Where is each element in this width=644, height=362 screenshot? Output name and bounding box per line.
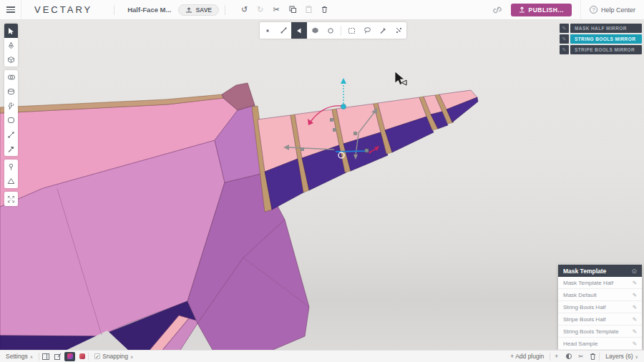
- add-object-button[interactable]: +: [551, 352, 562, 361]
- snap-transform-button[interactable]: [391, 22, 406, 39]
- top-bar: VECTARY Half-Face M... SAVE ↺ ↻ ✂: [0, 0, 644, 20]
- wireframe-toggle-button[interactable]: [52, 352, 63, 361]
- help-center-button[interactable]: ? Help Center: [580, 0, 644, 19]
- measure-tool[interactable]: [4, 127, 18, 142]
- share-link-icon[interactable]: [492, 6, 502, 14]
- toolbar-group-helpers: [4, 160, 18, 188]
- generator-tool[interactable]: [4, 99, 18, 113]
- divider: [225, 5, 225, 15]
- vectary-logo: VECTARY: [21, 4, 108, 15]
- vertex-mode-button[interactable]: [260, 22, 275, 39]
- panel-title: Mask Template: [563, 268, 606, 275]
- 3d-scene: [0, 20, 644, 350]
- paste-icon[interactable]: [306, 6, 312, 14]
- layer-label: Mask Default: [563, 292, 597, 298]
- save-label: SAVE: [195, 6, 212, 14]
- layer-label: Mask Template Half: [563, 280, 613, 286]
- settings-dropdown[interactable]: Settings ∧: [0, 351, 39, 362]
- edit-pencil-icon[interactable]: ✎: [633, 280, 637, 286]
- delete-icon[interactable]: [321, 6, 328, 14]
- edit-pencil-icon[interactable]: ✎: [560, 34, 569, 44]
- material-tool[interactable]: [4, 84, 18, 99]
- lasso-select-button[interactable]: [359, 22, 375, 39]
- redo-icon[interactable]: ↻: [257, 6, 263, 14]
- marquee-select-button[interactable]: [343, 22, 359, 39]
- primitive-cube-tool[interactable]: [4, 52, 18, 67]
- select-tool[interactable]: [4, 24, 18, 38]
- add-plugin-button[interactable]: + Add plugin: [504, 351, 550, 362]
- main-menu-button[interactable]: [0, 0, 21, 19]
- panel-toggle-button[interactable]: [40, 352, 51, 361]
- layers-dropdown[interactable]: Layers (6) ∨: [600, 351, 644, 362]
- 3d-viewport-canvas[interactable]: [0, 20, 644, 350]
- edit-pencil-icon[interactable]: ✎: [560, 45, 569, 54]
- stripe-bools-mirror-button[interactable]: STRIPE BOOLS MIRROR: [570, 45, 642, 54]
- mask-template-panel: Mask Template ⊙ Mask Template Half ✎ Mas…: [558, 265, 642, 350]
- mirror-modifier-buttons: ✎ MASK HALF MIRROR ✎ STRING BOOLS MIRROR…: [560, 24, 642, 54]
- layer-label: Head Sample: [563, 341, 597, 347]
- edit-pencil-icon[interactable]: ✎: [633, 341, 637, 347]
- panel-header[interactable]: Mask Template ⊙: [558, 265, 642, 277]
- edit-pencil-icon[interactable]: ✎: [633, 328, 637, 335]
- sculpt-tool[interactable]: [4, 142, 18, 156]
- edit-pencil-icon[interactable]: ✎: [633, 292, 637, 298]
- copy-icon[interactable]: [289, 6, 296, 14]
- add-plugin-label: + Add plugin: [510, 353, 544, 360]
- snapping-checkbox[interactable]: ✓: [94, 353, 100, 359]
- pen-tool[interactable]: [4, 38, 18, 52]
- layer-item[interactable]: Mask Default ✎: [558, 289, 642, 301]
- vectary-app-window: VECTARY Half-Face M... SAVE ↺ ↻ ✂: [0, 0, 644, 362]
- mouse-cursor: [395, 72, 406, 85]
- cut-button[interactable]: ✂: [575, 352, 586, 361]
- layer-label: String Bools Half: [563, 304, 606, 310]
- bottom-bar: Settings ∧ ✓ Snapping ∧ + Add plugin + ✂: [0, 350, 644, 362]
- layer-item[interactable]: Mask Template Half ✎: [558, 277, 642, 289]
- layer-item[interactable]: String Bools Template ✎: [558, 326, 642, 338]
- document-title[interactable]: Half-Face M...: [127, 6, 171, 14]
- undo-icon[interactable]: ↺: [241, 6, 248, 14]
- settings-label: Settings: [6, 353, 28, 360]
- layer-item[interactable]: Head Sample ✎: [558, 338, 642, 350]
- sphere-mode-button[interactable]: [323, 22, 338, 39]
- polygon-tool[interactable]: [4, 174, 18, 188]
- save-button[interactable]: SAVE: [178, 4, 219, 16]
- boolean-tool[interactable]: [4, 70, 18, 84]
- layer-item[interactable]: String Bools Half ✎: [558, 301, 642, 313]
- mirror-button-row: ✎ MASK HALF MIRROR: [560, 24, 642, 33]
- bevel-tool[interactable]: [4, 113, 18, 127]
- gizmo-origin-handle[interactable]: [341, 104, 346, 109]
- edit-pencil-icon[interactable]: ✎: [633, 304, 637, 310]
- object-mode-button[interactable]: [307, 22, 323, 39]
- environment-sphere-button[interactable]: [563, 352, 574, 361]
- chevron-down-icon: ∨: [635, 354, 638, 359]
- mask-half-mirror-button[interactable]: MASK HALF MIRROR: [570, 24, 642, 33]
- snapping-toggle[interactable]: ✓ Snapping ∧: [89, 351, 139, 362]
- layer-item[interactable]: Stripe Bools Half ✎: [558, 313, 642, 326]
- visibility-eye-icon[interactable]: ⊙: [631, 268, 637, 275]
- delete-button[interactable]: [587, 352, 598, 361]
- toolbar-group-view: [4, 192, 18, 206]
- edit-pencil-icon[interactable]: ✎: [633, 316, 637, 323]
- fit-view-tool[interactable]: [4, 192, 18, 206]
- edit-pencil-icon[interactable]: ✎: [560, 24, 569, 33]
- gizmo-axis-y-arrow[interactable]: [341, 78, 346, 84]
- gizmo-axis-x[interactable]: [336, 151, 366, 152]
- publish-label: PUBLISH...: [529, 6, 564, 14]
- divider: [341, 26, 341, 36]
- toolbar-group-modeling: [4, 70, 18, 156]
- cut-icon[interactable]: ✂: [273, 6, 279, 14]
- top-bar-right: PUBLISH... ? Help Center: [492, 0, 644, 19]
- paint-select-button[interactable]: [375, 22, 391, 39]
- pin-tool[interactable]: [4, 160, 18, 174]
- selection-mode-toolbar: [260, 22, 406, 39]
- edge-mode-button[interactable]: [275, 22, 291, 39]
- publish-button[interactable]: PUBLISH...: [511, 4, 572, 16]
- render-material-icon: [67, 353, 73, 359]
- string-bools-mirror-button[interactable]: STRING BOOLS MIRROR: [570, 34, 642, 44]
- cloud-upload-icon: [185, 6, 192, 13]
- chevron-up-icon: ∧: [30, 354, 33, 359]
- matcap-mode-button[interactable]: [77, 352, 87, 361]
- face-mode-button[interactable]: [291, 22, 307, 39]
- chevron-up-icon: ∧: [130, 354, 133, 359]
- render-mode-button[interactable]: [64, 352, 75, 361]
